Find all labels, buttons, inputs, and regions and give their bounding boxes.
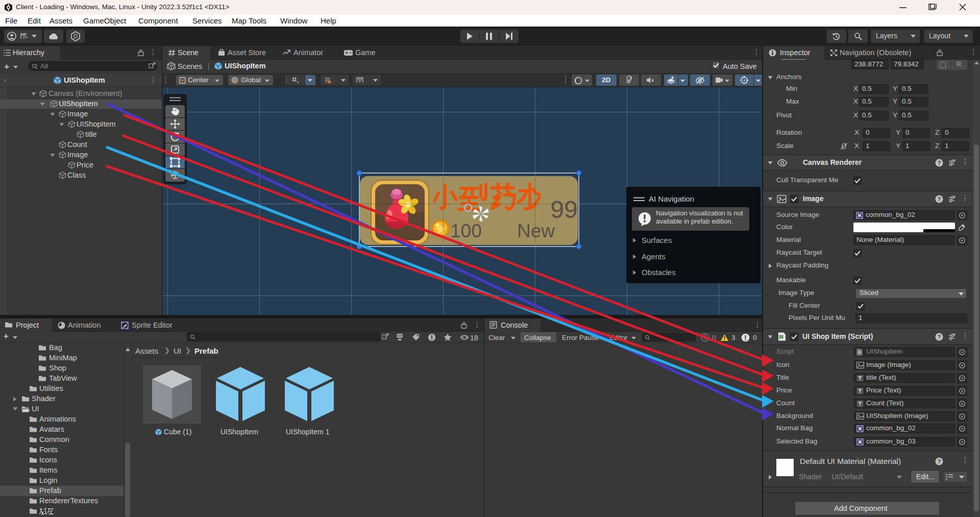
svg-text:99: 99 <box>550 196 577 223</box>
svg-text:?: ? <box>938 458 941 464</box>
svg-text:?: ? <box>938 334 941 340</box>
svg-text:New: New <box>517 220 555 241</box>
svg-text:?: ? <box>938 160 941 166</box>
svg-text:?: ? <box>938 196 941 202</box>
svg-text:Y: Y <box>297 80 299 84</box>
svg-text:D: D <box>74 33 78 39</box>
svg-text:100: 100 <box>450 220 482 241</box>
